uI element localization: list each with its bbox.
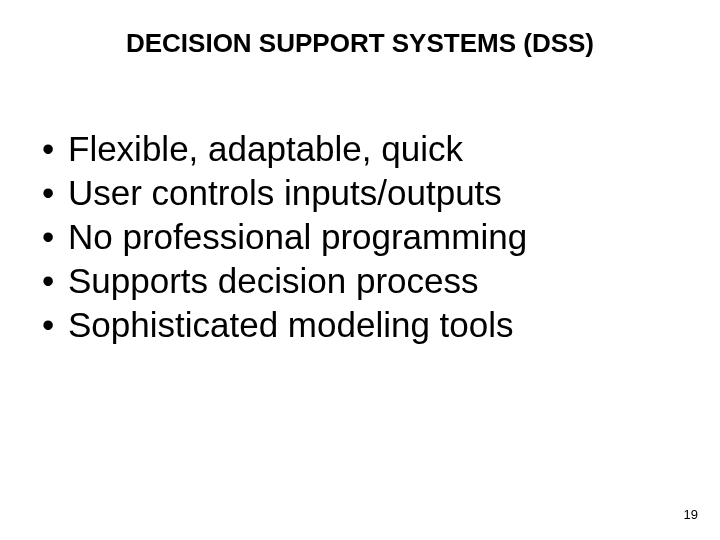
- list-item: Sophisticated modeling tools: [40, 303, 720, 347]
- page-title: DECISION SUPPORT SYSTEMS (DSS): [0, 0, 720, 59]
- list-item: User controls inputs/outputs: [40, 171, 720, 215]
- list-item: No professional programming: [40, 215, 720, 259]
- page-number: 19: [684, 507, 698, 522]
- bullet-list: Flexible, adaptable, quick User controls…: [0, 59, 720, 347]
- list-item: Flexible, adaptable, quick: [40, 127, 720, 171]
- list-item: Supports decision process: [40, 259, 720, 303]
